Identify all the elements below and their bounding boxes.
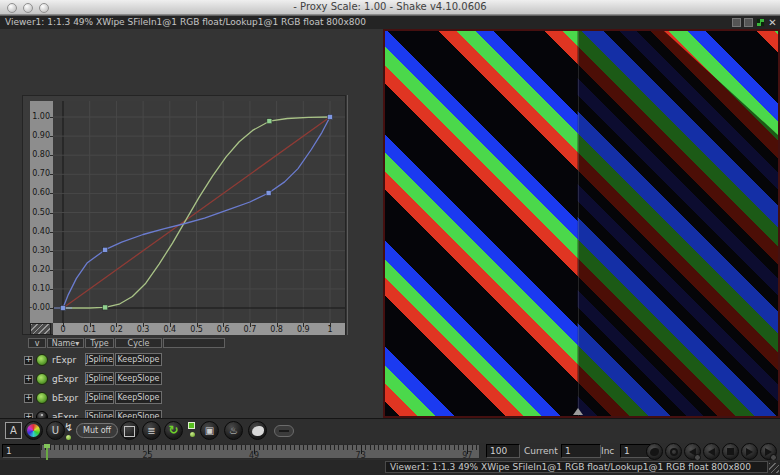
x-tick-mark: [277, 323, 278, 327]
paint-button[interactable]: [248, 421, 267, 440]
x-tick-mark: [197, 323, 198, 327]
xwipe-split-line: [578, 31, 579, 416]
stop-icon: [727, 448, 734, 455]
prev-frame-button[interactable]: [703, 443, 720, 460]
curve-knot-bExpr[interactable]: [103, 247, 108, 252]
cycle-button[interactable]: KeepSlope: [115, 391, 162, 404]
status-row: Viewer1: 1:1.3 49% XWipe SFileIn1@1 RGB …: [0, 460, 780, 475]
y-tick-label: 0.50: [32, 209, 50, 217]
flame-icon: ♨: [229, 425, 238, 436]
compare-icon: ≣: [147, 425, 155, 436]
visibility-dot-icon[interactable]: [36, 354, 48, 366]
table-header-extra: [163, 338, 225, 348]
inc-label: Inc: [601, 446, 614, 456]
ramp-corner-button[interactable]: [30, 323, 51, 335]
audio-button[interactable]: [665, 443, 682, 460]
timeline-ruler[interactable]: 25497397: [40, 444, 480, 459]
visibility-dot-icon[interactable]: [36, 392, 48, 404]
transport-controls: [646, 443, 777, 460]
stop-button[interactable]: [722, 443, 739, 460]
viewer-checker-icon[interactable]: [756, 18, 765, 27]
proxy-lightning-icon[interactable]: ↯: [64, 422, 74, 438]
x-tick-mark: [116, 323, 117, 327]
curve-knot-bExpr[interactable]: [266, 191, 271, 196]
y-tick-label: -0.00: [29, 304, 50, 312]
next-key-button[interactable]: [760, 443, 777, 460]
refresh-icon: ↻: [168, 423, 178, 437]
y-tick-label: 1.00: [32, 113, 50, 121]
row-name-label: gExpr: [52, 374, 78, 384]
prev-key-button[interactable]: [684, 443, 701, 460]
cycle-button[interactable]: KeepSlope: [115, 353, 162, 366]
curve-knot-bExpr[interactable]: [328, 115, 333, 120]
curve-plot-area[interactable]: [53, 101, 345, 323]
x-axis: 00.10.20.30.40.50.60.70.80.91: [53, 323, 345, 335]
current-frame-field[interactable]: [561, 444, 601, 458]
script-a-button[interactable]: A: [5, 422, 22, 439]
cycle-button[interactable]: KeepSlope: [115, 372, 162, 385]
y-tick-label: 0.30: [32, 247, 50, 255]
type-button[interactable]: JSpline: [85, 372, 114, 385]
y-tick-label: 0.90: [32, 132, 50, 140]
table-row: +rExprJSplineKeepSlope: [0, 351, 383, 369]
viewer-panel-icon[interactable]: [732, 18, 741, 27]
type-button[interactable]: JSpline: [85, 391, 114, 404]
y-tick-label: 0.20: [32, 266, 50, 274]
y-tick-label: 0.60: [32, 189, 50, 197]
resize-grip-icon[interactable]: [769, 463, 779, 473]
visibility-dot-icon[interactable]: [36, 373, 48, 385]
x-tick-mark: [250, 323, 251, 327]
x-tick-mark: [330, 323, 331, 327]
current-label: Current: [524, 446, 558, 456]
playhead[interactable]: [46, 444, 48, 460]
curve-editor-panel: 1.000.900.800.700.600.500.400.300.200.10…: [0, 29, 383, 418]
type-button[interactable]: JSpline: [85, 353, 114, 366]
frame-icon: [124, 426, 135, 437]
x-tick-mark: [90, 323, 91, 327]
more-button[interactable]: [274, 425, 294, 437]
timeline-tick-label: 49: [249, 451, 259, 460]
row-name-label: bExpr: [52, 393, 78, 403]
y-tick-label: 0.70: [32, 170, 50, 178]
table-row: +bExprJSplineKeepSlope: [0, 389, 383, 407]
window-titlebar: - Proxy Scale: 1.00 - Shake v4.10.0606: [0, 0, 780, 15]
table-row: +gExprJSplineKeepSlope: [0, 370, 383, 388]
roi-icon: ▣: [205, 425, 214, 436]
viewport-frame-button[interactable]: [120, 421, 139, 440]
viewer-resize-icon[interactable]: [744, 18, 753, 27]
y-tick-label: 0.80: [32, 151, 50, 159]
roi-button[interactable]: ▣: [200, 421, 219, 440]
curve-knot-gExpr[interactable]: [267, 119, 272, 124]
buffer-indicator-icon[interactable]: [188, 422, 195, 429]
row-name-label: rExpr: [52, 355, 76, 365]
expand-row-button[interactable]: +: [24, 375, 33, 384]
mute-button[interactable]: Mut off: [76, 423, 118, 438]
compare-button[interactable]: ≣: [142, 421, 161, 440]
refresh-button[interactable]: ↻: [164, 421, 183, 440]
channel-display-button[interactable]: [24, 421, 43, 440]
xwipe-handle[interactable]: [573, 408, 583, 415]
y-tick-label: 0.10: [32, 285, 50, 293]
next-frame-button[interactable]: [741, 443, 758, 460]
table-header-visibility[interactable]: v: [28, 338, 46, 348]
viewer-canvas[interactable]: [383, 29, 780, 418]
timeline-tick-label: 97: [462, 451, 472, 460]
viewer-close-icon[interactable]: ✕: [768, 18, 777, 27]
curve-knot-gExpr[interactable]: [103, 305, 108, 310]
table-header-type[interactable]: Type: [85, 338, 114, 348]
update-button[interactable]: U: [46, 421, 65, 440]
range-end-field[interactable]: [486, 444, 520, 458]
viewer-toolbar: A U ↯ Mut off ≣ ↻ ▣ ♨: [0, 418, 780, 443]
y-tick-label: 0.40: [32, 228, 50, 236]
expand-row-button[interactable]: +: [24, 394, 33, 403]
timeline-row: 25497397 Current Inc: [0, 443, 780, 460]
flipbook-icon: [650, 448, 659, 456]
expand-row-button[interactable]: +: [24, 356, 33, 365]
flipbook-flame-button[interactable]: ♨: [224, 421, 243, 440]
panel-divider: [347, 95, 348, 335]
table-header-name[interactable]: Name▾: [47, 338, 84, 348]
curve-knot-bExpr[interactable]: [61, 306, 66, 311]
table-header-cycle[interactable]: Cycle: [115, 338, 162, 348]
paint-icon: [252, 426, 264, 436]
flipbook-button[interactable]: [646, 443, 663, 460]
